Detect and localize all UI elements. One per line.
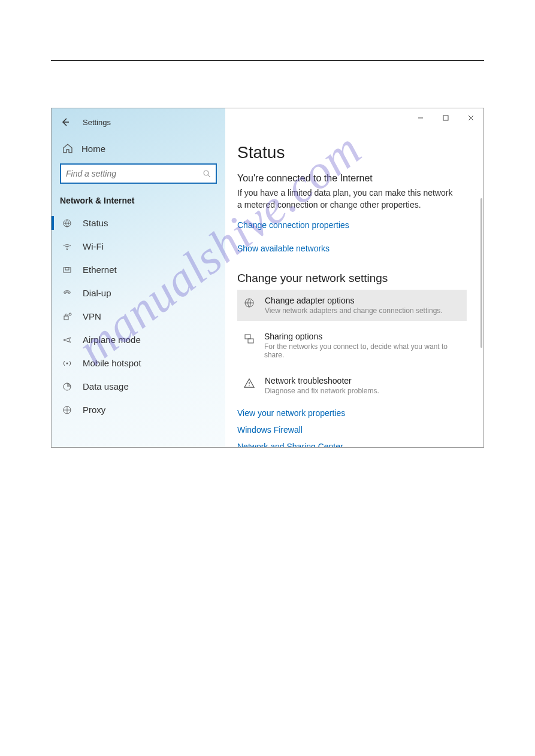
- sidebar: Settings Home Network & Internet Status …: [52, 108, 225, 447]
- status-icon: [62, 218, 74, 228]
- sidebar-item-proxy[interactable]: Proxy: [52, 398, 225, 421]
- settings-window: Settings Home Network & Internet Status …: [51, 108, 484, 448]
- status-subhead: You're connected to the Internet: [237, 173, 467, 184]
- sidebar-item-label: Mobile hotspot: [83, 358, 141, 368]
- svg-rect-16: [245, 335, 250, 339]
- sidebar-item-wifi[interactable]: Wi-Fi: [52, 235, 225, 258]
- svg-rect-17: [248, 339, 253, 343]
- sidebar-item-dialup[interactable]: Dial-up: [52, 281, 225, 305]
- svg-rect-12: [443, 116, 448, 120]
- airplane-icon: [62, 335, 74, 345]
- sidebar-item-ethernet[interactable]: Ethernet: [52, 258, 225, 281]
- option-title: Sharing options: [264, 332, 461, 341]
- link-change-connection-properties[interactable]: Change connection properties: [237, 220, 349, 230]
- arrow-left-icon: [61, 117, 70, 127]
- sharing-icon: [243, 333, 258, 345]
- svg-rect-6: [64, 316, 68, 320]
- sidebar-item-home[interactable]: Home: [52, 135, 225, 161]
- sidebar-item-label: Ethernet: [83, 265, 117, 275]
- svg-point-19: [249, 385, 250, 387]
- search-input[interactable]: [66, 169, 203, 178]
- data-usage-icon: [62, 382, 74, 391]
- link-view-network-properties[interactable]: View your network properties: [237, 408, 467, 418]
- sidebar-item-label: Status: [83, 218, 108, 228]
- sidebar-section-title: Network & Internet: [52, 192, 225, 211]
- window-title: Settings: [83, 118, 111, 127]
- svg-point-7: [69, 313, 71, 315]
- option-desc: Diagnose and fix network problems.: [265, 387, 379, 395]
- option-change-adapter[interactable]: Change adapter options View network adap…: [237, 290, 467, 321]
- sidebar-item-vpn[interactable]: VPN: [52, 305, 225, 328]
- wifi-icon: [62, 242, 74, 251]
- sidebar-item-label: Dial-up: [83, 288, 111, 298]
- svg-point-0: [204, 171, 208, 175]
- maximize-icon: [443, 115, 449, 121]
- minimize-button[interactable]: [408, 108, 433, 127]
- page-divider: [51, 60, 484, 61]
- option-desc: View network adapters and change connect…: [265, 306, 443, 315]
- section-change-network-settings: Change your network settings: [237, 272, 467, 285]
- option-desc: For the networks you connect to, decide …: [264, 342, 461, 359]
- search-icon: [203, 170, 211, 178]
- sidebar-item-label: Wi-Fi: [83, 241, 104, 251]
- scrollbar[interactable]: [480, 198, 482, 348]
- page-title: Status: [237, 143, 467, 162]
- link-show-available-networks[interactable]: Show available networks: [237, 244, 330, 253]
- troubleshooter-icon: [243, 377, 259, 389]
- back-button[interactable]: [59, 116, 72, 129]
- home-label: Home: [81, 144, 105, 154]
- sidebar-item-label: Airplane mode: [83, 335, 141, 345]
- link-windows-firewall[interactable]: Windows Firewall: [237, 425, 467, 435]
- link-network-sharing-center[interactable]: Network and Sharing Center: [237, 442, 467, 447]
- svg-point-8: [67, 362, 68, 364]
- titlebar-left: Settings: [52, 113, 225, 135]
- option-troubleshooter[interactable]: Network troubleshooter Diagnose and fix …: [237, 370, 467, 401]
- svg-point-3: [67, 249, 68, 250]
- option-sharing[interactable]: Sharing options For the networks you con…: [237, 326, 467, 365]
- svg-rect-5: [65, 268, 69, 270]
- sidebar-item-airplane[interactable]: Airplane mode: [52, 328, 225, 351]
- ethernet-icon: [62, 265, 74, 275]
- sidebar-item-data-usage[interactable]: Data usage: [52, 375, 225, 398]
- proxy-icon: [62, 405, 74, 415]
- status-description: If you have a limited data plan, you can…: [237, 187, 459, 211]
- sidebar-item-hotspot[interactable]: Mobile hotspot: [52, 351, 225, 375]
- dialup-icon: [62, 289, 74, 298]
- sidebar-item-label: Data usage: [83, 381, 129, 391]
- svg-line-1: [208, 175, 210, 177]
- content-pane: Status You're connected to the Internet …: [225, 108, 483, 447]
- home-icon: [62, 143, 74, 154]
- option-title: Change adapter options: [265, 296, 443, 305]
- vpn-icon: [62, 312, 74, 321]
- hotspot-icon: [62, 359, 74, 368]
- search-box[interactable]: [60, 163, 217, 184]
- window-controls: [408, 108, 483, 127]
- sidebar-nav-list: Status Wi-Fi Ethernet Dial-up VPN Airpla…: [52, 211, 225, 421]
- close-icon: [468, 115, 474, 121]
- option-title: Network troubleshooter: [265, 376, 379, 385]
- sidebar-item-label: Proxy: [83, 405, 105, 415]
- sidebar-item-label: VPN: [83, 311, 101, 321]
- minimize-icon: [418, 115, 424, 121]
- close-button[interactable]: [458, 108, 483, 127]
- bottom-links: View your network properties Windows Fir…: [237, 408, 467, 447]
- sidebar-item-status[interactable]: Status: [52, 211, 225, 235]
- maximize-button[interactable]: [433, 108, 458, 127]
- adapter-icon: [243, 297, 259, 309]
